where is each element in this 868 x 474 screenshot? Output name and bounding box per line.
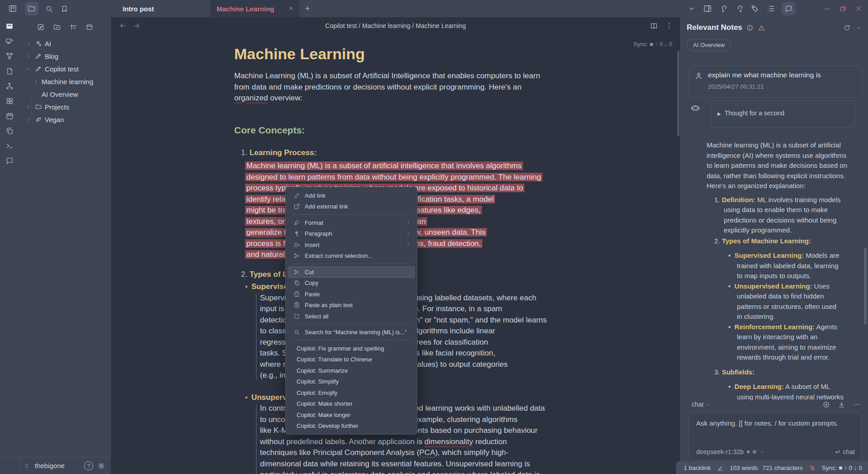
- doc-line[interactable]: particularly useful in exploratory data …: [260, 469, 569, 474]
- send-chat-button[interactable]: ↵chat: [835, 448, 855, 455]
- tab-intro-post[interactable]: Intro post: [90, 0, 186, 17]
- menu-item-copilot-fix-grammar-and-spelling[interactable]: Copilot: Fix grammar and spelling: [288, 343, 415, 354]
- menu-item-add-external-link[interactable]: Add external link: [288, 201, 415, 213]
- backlinks-icon[interactable]: [718, 4, 728, 14]
- collapse-all-icon[interactable]: [85, 23, 94, 32]
- menu-item-copilot-make-longer[interactable]: Copilot: Make longer: [288, 409, 415, 421]
- menu-item-copilot-translate-to-chinese[interactable]: Copilot: Translate to Chinese: [288, 354, 415, 365]
- tree-chevron-icon[interactable]: [26, 41, 32, 47]
- menu-item-copilot-make-shorter[interactable]: Copilot: Make shorter: [288, 398, 415, 410]
- outline-icon[interactable]: [766, 4, 776, 14]
- doc-more-icon[interactable]: [664, 21, 674, 31]
- menu-item-copy[interactable]: Copy: [288, 278, 415, 289]
- doc-line[interactable]: organized overview:: [234, 93, 569, 104]
- network-dock-icon[interactable]: [5, 81, 14, 91]
- new-chat-icon[interactable]: [822, 401, 830, 408]
- chevron-down-icon[interactable]: [706, 402, 712, 408]
- notifications-off-icon[interactable]: [809, 464, 816, 471]
- tree-item-copilot-test[interactable]: Copilot test: [20, 62, 110, 75]
- terminal-dock-icon[interactable]: [5, 141, 14, 151]
- info-icon[interactable]: [746, 24, 754, 32]
- search-icon[interactable]: [44, 4, 54, 14]
- menu-item-insert[interactable]: Insert: [288, 239, 415, 251]
- graph-dock-icon[interactable]: [5, 51, 14, 61]
- tree-chevron-icon[interactable]: [26, 117, 32, 123]
- workspace-name[interactable]: thebigone: [35, 462, 65, 469]
- window-close-button[interactable]: [854, 4, 863, 14]
- sync-status[interactable]: Sync: ■ ↑ 0 ↓ 0: [822, 465, 862, 471]
- warning-icon[interactable]: [758, 24, 766, 32]
- chevron-down-icon[interactable]: [760, 449, 765, 455]
- tree-item-vegan[interactable]: Vegan: [20, 113, 110, 126]
- tree-chevron-icon[interactable]: [26, 53, 32, 59]
- refresh-icon[interactable]: [843, 24, 851, 32]
- menu-item-copilot-summarize[interactable]: Copilot: Summarize: [288, 365, 415, 376]
- doc-line[interactable]: techniques like Principal Component Anal…: [260, 447, 569, 459]
- comments-dock-icon[interactable]: [5, 156, 14, 166]
- menu-item-select-all[interactable]: Select all: [288, 311, 415, 322]
- chevron-down-icon[interactable]: [687, 4, 697, 14]
- readonly-mode-icon[interactable]: [649, 21, 659, 31]
- ai-chat-icon[interactable]: [782, 2, 795, 15]
- window-minimize-button[interactable]: [822, 4, 832, 14]
- calendar-dock-icon[interactable]: [5, 111, 14, 121]
- tags-icon[interactable]: [750, 4, 760, 14]
- chat-mode-label[interactable]: chat: [692, 401, 703, 408]
- menu-item-paste-as-plain-text[interactable]: Paste as plain text: [288, 300, 415, 311]
- tree-item-machine-learning[interactable]: Machine learning: [20, 75, 110, 88]
- menu-item-add-link[interactable]: Add link: [288, 190, 415, 201]
- close-tab-icon[interactable]: ×: [289, 5, 293, 12]
- doc-line[interactable]: without predefined labels. Another appli…: [260, 436, 569, 448]
- chat-more-icon[interactable]: [853, 401, 861, 408]
- thought-toggle[interactable]: ▶Thought for a second: [711, 100, 855, 128]
- tree-item-ai[interactable]: AI: [20, 37, 110, 50]
- edit-mode-icon[interactable]: [717, 464, 724, 471]
- menu-item-search-for-machine-learning-ml-is[interactable]: Search for “Machine learning (ML) is...”: [288, 327, 415, 338]
- tree-chevron-icon[interactable]: [33, 79, 39, 85]
- tree-chevron-icon[interactable]: [26, 104, 32, 110]
- menu-item-cut[interactable]: Cut: [288, 266, 415, 278]
- tree-item-projects[interactable]: Projects: [20, 100, 110, 113]
- bookmark-icon[interactable]: [59, 4, 69, 14]
- backlink-count[interactable]: 1 backlink: [684, 465, 711, 471]
- menu-item-paste[interactable]: Paste: [288, 289, 415, 300]
- doc-line[interactable]: from data and make predictions or decisi…: [234, 82, 569, 93]
- new-notebook-icon[interactable]: [53, 23, 61, 32]
- doc-intro-paragraph[interactable]: Machine Learning (ML) is a subset of Art…: [234, 71, 569, 104]
- widgets-dock-icon[interactable]: [5, 96, 14, 106]
- export-chat-icon[interactable]: [838, 401, 845, 408]
- menu-item-copilot-develop-further[interactable]: Copilot: Develop further: [288, 421, 415, 432]
- panel-scrollbar[interactable]: [864, 248, 867, 325]
- notebook-dock-icon[interactable]: [5, 21, 14, 31]
- tree-item-ai-overview[interactable]: AI Overview: [20, 88, 110, 100]
- menu-item-copilot-simplify[interactable]: Copilot: Simplify: [288, 376, 415, 388]
- doc-selected-line[interactable]: Machine learning (ML) is a subset of art…: [246, 161, 569, 172]
- doc-list-item-1[interactable]: 1. Learning Process:: [234, 147, 569, 159]
- related-note-chip[interactable]: AI Overview: [687, 39, 731, 51]
- sort-icon[interactable]: [69, 23, 78, 32]
- chat-input[interactable]: Ask anything. [[ for notes. / for custom…: [689, 412, 862, 460]
- tree-item-blog[interactable]: Blog: [20, 50, 110, 62]
- outgoing-links-icon[interactable]: [734, 4, 744, 14]
- file-tree-icon[interactable]: [25, 2, 38, 15]
- menu-item-extract-current-selection[interactable]: Extract current selection...: [288, 251, 415, 262]
- settings-gear-icon[interactable]: [97, 462, 105, 470]
- editor-scrollbar[interactable]: [677, 51, 679, 137]
- model-selector[interactable]: deepseek-r1:32b: [696, 448, 744, 455]
- doc-line[interactable]: dimensional data while retaining its ess…: [260, 459, 569, 470]
- new-doc-icon[interactable]: [37, 23, 45, 32]
- workspace-switcher-icon[interactable]: [23, 462, 31, 470]
- tab-machine-learning[interactable]: Machine Learning ×: [210, 0, 299, 17]
- menu-item-copilot-emojify[interactable]: Copilot: Emojify: [288, 387, 415, 398]
- copies-dock-icon[interactable]: [5, 126, 14, 136]
- doc-selected-line[interactable]: designed to learn patterns from data wit…: [246, 172, 569, 183]
- window-restore-button[interactable]: [838, 4, 848, 14]
- toggle-left-dock-icon[interactable]: [8, 4, 18, 14]
- toggle-right-dock-icon[interactable]: [703, 4, 712, 14]
- tree-chevron-icon[interactable]: [26, 66, 32, 72]
- devices-dock-icon[interactable]: [5, 36, 14, 46]
- help-icon[interactable]: ?: [84, 461, 93, 470]
- menu-item-paragraph[interactable]: ¶Paragraph: [288, 228, 415, 240]
- panel-collapse-icon[interactable]: [854, 24, 863, 32]
- menu-item-format[interactable]: Format: [288, 217, 415, 228]
